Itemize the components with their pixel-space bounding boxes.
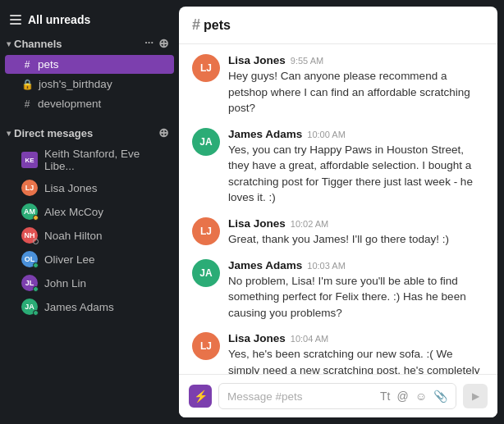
message-content-m2: James Adams 10:00 AM Yes, you can try Ha… (228, 128, 484, 206)
status-dot-john (33, 286, 39, 292)
dm-label-john: John Lin (44, 277, 86, 290)
avatar-lisa-m3: LJ (192, 217, 220, 245)
dm-item-lisa-jones[interactable]: LJ Lisa Jones (5, 176, 174, 199)
message-m2: JA James Adams 10:00 AM Yes, you can try… (192, 128, 484, 206)
message-content-m1: Lisa Jones 9:55 AM Hey guys! Can anyone … (228, 54, 484, 116)
msg-author-m3: Lisa Jones (228, 217, 286, 230)
status-dot-james (33, 310, 39, 316)
msg-text-m2: Yes, you can try Happy Paws in Houston S… (228, 142, 484, 206)
emoji-icon[interactable]: ☺ (415, 390, 427, 403)
message-content-m5: Lisa Jones 10:04 AM Yes, he's been scrat… (228, 332, 484, 374)
avatar-lisa-m5: LJ (192, 332, 220, 360)
message-m5: LJ Lisa Jones 10:04 AM Yes, he's been sc… (192, 332, 484, 374)
message-m4: JA James Adams 10:03 AM No problem, Lisa… (192, 259, 484, 321)
msg-author-m5: Lisa Jones (228, 332, 286, 344)
dm-label-alex: Alex McCoy (44, 206, 103, 218)
avatar-noah: NH (21, 227, 38, 244)
dm-section: ▾ Direct mesages ⊕ KE Keith Stanford, Ev… (0, 121, 179, 319)
msg-time-m1: 9:55 AM (291, 56, 323, 66)
dm-item-noah-hilton[interactable]: NH Noah Hilton (5, 224, 174, 247)
message-input-wrap: Tt @ ☺ 📎 (218, 383, 456, 409)
dm-item-oliver-lee[interactable]: OL Oliver Lee (5, 248, 174, 271)
sidebar-item-development[interactable]: # development (5, 94, 174, 113)
messages-area: LJ Lisa Jones 9:55 AM Hey guys! Can anyo… (179, 44, 497, 374)
msg-time-m2: 10:00 AM (307, 130, 345, 139)
channels-section-header[interactable]: ▾ Channels ··· ⊕ (0, 31, 179, 54)
message-m3: LJ Lisa Jones 10:02 AM Great, thank you … (192, 217, 484, 248)
dm-section-label: Direct mesages (14, 127, 93, 139)
msg-author-m1: Lisa Jones (228, 54, 286, 66)
hamburger-icon (10, 15, 21, 25)
avatar-james: JA (21, 299, 38, 315)
channels-label: Channels (14, 38, 62, 50)
avatar-lisa-m1: LJ (192, 54, 220, 82)
avatar-lisa: LJ (21, 180, 38, 196)
avatar-alex: AM (21, 203, 38, 220)
dm-item-alex-mccoy[interactable]: AM Alex McCoy (5, 200, 174, 223)
attach-icon[interactable]: 📎 (433, 390, 447, 403)
dm-item-keith-stanford[interactable]: KE Keith Stanford, Eve Libe... (5, 144, 174, 176)
dm-label-noah: Noah Hilton (44, 230, 103, 242)
avatar-oliver: OL (21, 251, 38, 267)
msg-text-m5: Yes, he's been scratching our new sofa. … (228, 346, 484, 374)
avatar-james-m2: JA (192, 128, 220, 156)
channels-chevron-icon: ▾ (7, 39, 11, 48)
channel-hash-icon: # (192, 16, 200, 34)
message-input[interactable] (227, 390, 375, 403)
avatar-keith: KE (21, 152, 38, 168)
input-area: ⚡ Tt @ ☺ 📎 ▶ (179, 374, 497, 417)
dm-label-keith: Keith Stanford, Eve Libe... (44, 148, 164, 172)
sidebar-item-joshs-birthday[interactable]: 🔒 josh's_birthday (5, 75, 174, 93)
channels-more-icon[interactable]: ··· (144, 36, 153, 51)
send-button[interactable]: ▶ (463, 384, 488, 408)
lock-icon: 🔒 (21, 79, 34, 90)
dm-chevron-icon: ▾ (7, 129, 11, 138)
avatar-james-m4: JA (192, 259, 220, 287)
sidebar-item-joshs-birthday-label: josh's_birthday (39, 78, 112, 90)
hash-icon: # (21, 59, 33, 71)
msg-author-m2: James Adams (228, 128, 302, 140)
dm-add-icon[interactable]: ⊕ (158, 125, 169, 140)
msg-time-m3: 10:02 AM (291, 219, 328, 229)
msg-time-m4: 10:03 AM (307, 261, 345, 271)
avatar-john: JL (21, 275, 38, 291)
msg-text-m3: Great, thank you James! I'll go there to… (228, 231, 484, 248)
status-dot-oliver (33, 262, 39, 268)
dm-section-header[interactable]: ▾ Direct mesages ⊕ (0, 121, 179, 144)
msg-time-m5: 10:04 AM (291, 334, 328, 344)
dm-label-oliver: Oliver Lee (44, 253, 95, 266)
channel-name: pets (204, 18, 231, 33)
send-icon: ▶ (472, 390, 479, 402)
channels-add-icon[interactable]: ⊕ (158, 36, 169, 51)
all-unreads-label: All unreads (28, 13, 90, 26)
dm-item-john-lin[interactable]: JL John Lin (5, 271, 174, 294)
sidebar-item-pets-label: pets (38, 58, 59, 71)
dm-label-lisa: Lisa Jones (44, 182, 98, 194)
hash-icon-dev: # (21, 98, 33, 110)
status-dot-alex (33, 215, 39, 221)
status-dot-noah (33, 239, 39, 244)
dm-item-james-adams[interactable]: JA James Adams (5, 295, 174, 318)
message-m1: LJ Lisa Jones 9:55 AM Hey guys! Can anyo… (192, 54, 484, 116)
format-text-icon[interactable]: Tt (380, 390, 390, 403)
channels-list: # pets 🔒 josh's_birthday # development (0, 54, 179, 114)
bolt-icon[interactable]: ⚡ (189, 385, 212, 408)
msg-text-m4: No problem, Lisa! I'm sure you'll be abl… (228, 273, 484, 321)
main-chat: # pets LJ Lisa Jones 9:55 AM Hey guys! C… (179, 7, 497, 417)
message-content-m3: Lisa Jones 10:02 AM Great, thank you Jam… (228, 217, 484, 248)
sidebar: All unreads ▾ Channels ··· ⊕ # pets 🔒 jo… (0, 0, 179, 424)
sidebar-item-development-label: development (38, 98, 101, 110)
channel-header: # pets (179, 7, 497, 44)
msg-text-m1: Hey guys! Can anyone please recommend a … (228, 68, 484, 116)
dm-label-james: James Adams (44, 301, 114, 313)
msg-author-m4: James Adams (228, 259, 302, 271)
sidebar-item-pets[interactable]: # pets (5, 55, 174, 74)
at-icon[interactable]: @ (396, 390, 408, 403)
all-unreads-item[interactable]: All unreads (0, 8, 179, 31)
message-content-m4: James Adams 10:03 AM No problem, Lisa! I… (228, 259, 484, 321)
